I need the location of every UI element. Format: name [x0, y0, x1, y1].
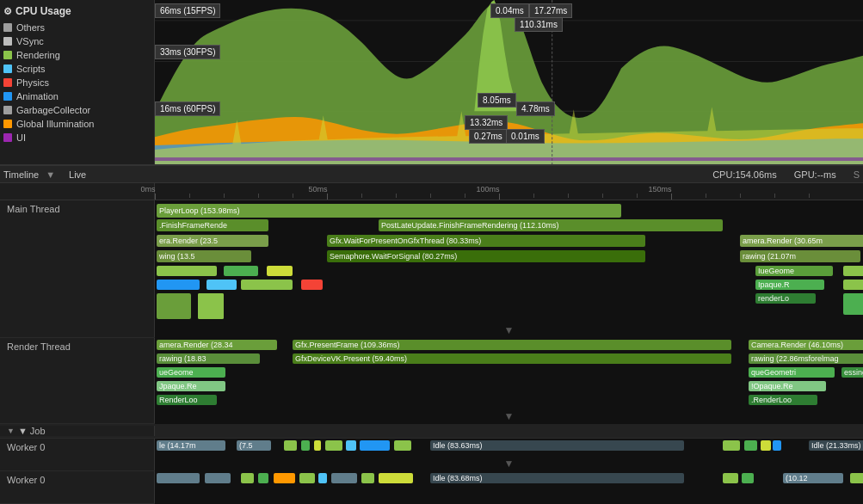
main-thread-label: Main Thread	[0, 200, 155, 337]
render-row-5: RenderLoo .RenderLoo	[155, 395, 863, 407]
tick-minor-7	[430, 194, 431, 198]
render-row-2: rawing (18.83 GfxDeviceVK.Present (59.40…	[155, 353, 863, 366]
legend-color-3	[3, 65, 12, 73]
ruler-section: 0ms 50ms 100ms 150ms	[0, 183, 863, 200]
ruler-content: 0ms 50ms 100ms 150ms	[155, 183, 863, 199]
legend-title: ⚙ CPU Usage	[3, 5, 151, 17]
timeline-end-space: S	[854, 169, 860, 180]
legend-item-ui: UI	[3, 131, 151, 144]
legend-color-1	[3, 37, 12, 46]
worker0-section-1: Worker 0 le (14.17m (7.5 Idle (83.63ms) …	[0, 439, 863, 471]
cpu-chart-svg	[155, 0, 863, 164]
camera-render-bar-2: amera.Render (30.65m	[740, 235, 863, 247]
tick-minor-15	[774, 194, 775, 198]
main-row-2: PostLateUpdate.FinishFrameRendering (112…	[155, 218, 863, 231]
legend-color-0	[3, 23, 12, 32]
tick-150ms: 150ms	[671, 183, 672, 199]
svg-rect-4	[155, 157, 863, 161]
main-row-3: era.Render (23.5 Gfx.WaitForPresentOnGfx…	[155, 233, 863, 247]
cpu-chart-area: 66ms (15FPS) 33ms (30FPS) 16ms (60FPS) 0…	[155, 0, 863, 164]
timeline-mode: Live	[69, 169, 86, 180]
legend-item-rendering: Rendering	[3, 48, 151, 62]
tick-50ms: 50ms	[327, 183, 328, 199]
legend-item-others: Others	[3, 21, 151, 34]
worker0-label-2: Worker 0	[0, 471, 155, 503]
cpu-panel: ⚙ CPU Usage OthersVSyncRenderingScriptsP…	[0, 0, 863, 165]
legend-item-scripts: Scripts	[3, 62, 151, 76]
tick-minor-8	[465, 194, 465, 198]
worker0-idle-bar-1: Idle (83.63ms)	[430, 440, 684, 451]
worker0-2-idle-bar: Idle (83.68ms)	[430, 473, 684, 483]
job-section-label[interactable]: ▼ ▼ Job	[0, 426, 155, 436]
camera-render-bar-1: era.Render (23.5	[157, 235, 268, 247]
timeline-gpu-stat: GPU:--ms	[794, 169, 836, 180]
main-thread-scroll-indicator[interactable]: ▼	[504, 324, 515, 336]
legend-color-2	[3, 51, 12, 59]
tick-0ms: 0ms	[155, 183, 156, 199]
main-thread-section: Main Thread PlayerLoop (153.98ms) Player…	[0, 200, 863, 338]
legend-color-7	[3, 120, 12, 128]
worker0-section-2: Worker 0 Idle (83.68ms) (10.12	[0, 471, 863, 504]
render-thread-section: Render Thread amera.Render (28.34 Gfx.Pr…	[0, 338, 863, 424]
legend-color-8	[3, 133, 12, 142]
render-thread-content: amera.Render (28.34 Gfx.PresentFrame (10…	[155, 338, 863, 424]
legend-item-garbagecollector: GarbageCollector	[3, 103, 151, 117]
semaphore-bar: Semaphore.WaitForSignal (80.27ms)	[327, 250, 645, 262]
finish-frame-bar-2: PostLateUpdate.FinishFrameRendering (112…	[379, 219, 723, 231]
timeline-cpu-stat: CPU:154.06ms	[712, 169, 777, 180]
tick-minor-1	[189, 194, 190, 198]
tick-minor-14	[740, 194, 741, 198]
tick-minor-13	[706, 194, 706, 198]
tick-minor-10	[568, 194, 569, 198]
render-thread-label: Render Thread	[0, 338, 155, 423]
legend-item-global-illumination: Global Illumination	[3, 117, 151, 131]
tick-minor-4	[293, 194, 293, 198]
legend-color-6	[3, 106, 12, 114]
tick-minor-2	[224, 194, 225, 198]
job-section-header: ▼ ▼ Job	[0, 424, 863, 439]
tick-minor-9	[533, 194, 534, 198]
ruler-label-area	[0, 183, 155, 199]
legend-item-animation: Animation	[3, 89, 151, 103]
rawing-bar-1: rawing (21.07m	[740, 250, 860, 262]
tick-minor-6	[396, 194, 397, 198]
tick-minor-16	[809, 194, 810, 198]
tick-minor-3	[258, 194, 259, 198]
main-row-4: wing (13.5 Semaphore.WaitForSignal (80.2…	[155, 249, 863, 262]
timeline-label: Timeline	[3, 169, 39, 180]
cpu-icon: ⚙	[3, 6, 12, 17]
tick-minor-12	[637, 194, 638, 198]
main-row-1: PlayerLoop (153.98ms) PlayerLoop (72.48 …	[155, 202, 863, 216]
timeline-dropdown-icon[interactable]: ▼	[46, 169, 55, 180]
worker0-label-1: Worker 0	[0, 439, 155, 470]
main-thread-content: PlayerLoop (153.98ms) PlayerLoop (72.48 …	[155, 200, 863, 338]
playerloop-bar-1: PlayerLoop (153.98ms)	[157, 204, 621, 218]
render-row-4: Jpaque.Re !Opaque.Re	[155, 381, 863, 393]
timeline-bar: Timeline ▼ Live CPU:154.06ms GPU:--ms S	[0, 165, 863, 183]
gfx-wait-bar: Gfx.WaitForPresentOnGfxThread (80.33ms)	[327, 235, 645, 247]
tick-minor-11	[602, 194, 603, 198]
job-collapse-icon[interactable]: ▼	[7, 427, 15, 435]
legend-item-physics: Physics	[3, 76, 151, 89]
tick-100ms: 100ms	[499, 183, 500, 199]
worker0-scroll-indicator[interactable]: ▼	[504, 458, 515, 470]
tick-minor-5	[361, 194, 362, 198]
worker0-2-10ms-bar: (10.12	[783, 473, 843, 483]
worker0-idle-bar-2: Idle (21.33ms)	[809, 440, 863, 451]
wing-bar-1: wing (13.5	[157, 250, 251, 262]
legend-item-vsync: VSync	[3, 34, 151, 48]
render-row-1: amera.Render (28.34 Gfx.PresentFrame (10…	[155, 340, 863, 352]
render-thread-scroll-indicator[interactable]: ▼	[504, 410, 515, 422]
legend-color-4	[3, 78, 12, 87]
cpu-legend: ⚙ CPU Usage OthersVSyncRenderingScriptsP…	[0, 0, 155, 164]
render-row-3: ueGeome queGeometri essing.I ItOrSh	[155, 367, 863, 379]
legend-color-5	[3, 92, 12, 101]
worker0-content-2: Idle (83.68ms) (10.12	[155, 471, 863, 504]
worker0-content-1: le (14.17m (7.5 Idle (83.63ms) Idle (21.…	[155, 439, 863, 471]
